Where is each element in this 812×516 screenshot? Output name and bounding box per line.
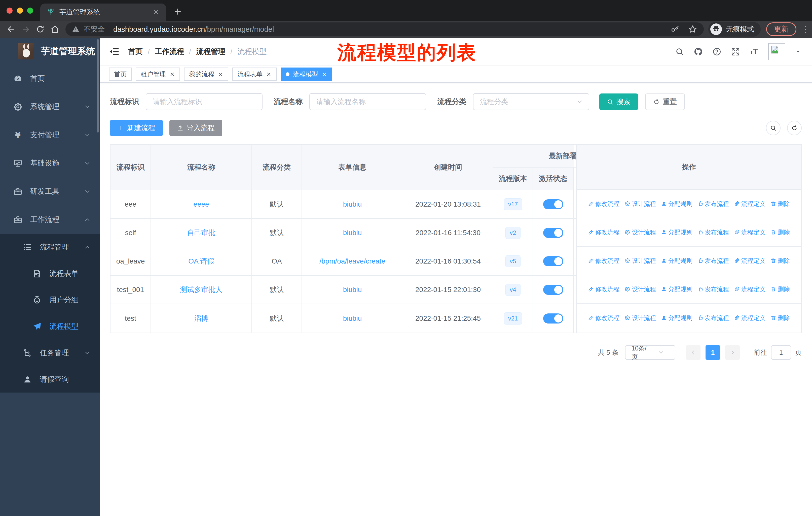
action-trash[interactable]: 删除: [771, 200, 790, 208]
tag[interactable]: 我的流程: [184, 67, 228, 81]
action-clip[interactable]: 流程定义: [734, 314, 765, 322]
forward-icon[interactable]: [20, 24, 31, 35]
tag-close-icon[interactable]: [266, 71, 271, 77]
prev-page-button[interactable]: [686, 345, 700, 360]
github-icon[interactable]: [694, 47, 703, 56]
category-select[interactable]: 流程分类: [473, 93, 589, 110]
breadcrumb-item[interactable]: 工作流程: [155, 47, 184, 57]
form-info-link[interactable]: biubiu: [343, 200, 362, 208]
sidebar-item-user[interactable]: 请假查询: [0, 366, 100, 392]
action-clip[interactable]: 流程定义: [734, 228, 765, 236]
form-info-link[interactable]: biubiu: [343, 315, 362, 323]
browser-tab[interactable]: 芋道管理系统: [40, 3, 166, 21]
refresh-table-button[interactable]: [787, 121, 802, 135]
sidebar-item-monitor[interactable]: 基础设施: [0, 149, 100, 178]
security-label[interactable]: 不安全: [84, 24, 105, 34]
page-size-select[interactable]: 10条/页: [625, 345, 675, 360]
active-toggle[interactable]: [543, 256, 563, 266]
chevron-down-icon[interactable]: [795, 48, 802, 55]
reset-button[interactable]: 重置: [645, 93, 685, 110]
form-info-link[interactable]: /bpm/oa/leave/create: [319, 257, 385, 265]
next-page-button[interactable]: [725, 345, 740, 360]
action-gear[interactable]: 设计流程: [625, 228, 656, 236]
new-tab-button[interactable]: [173, 7, 182, 16]
tag-close-icon[interactable]: [322, 71, 327, 77]
action-trash[interactable]: 删除: [771, 314, 790, 322]
action-user[interactable]: 分配规则: [661, 257, 692, 265]
sidebar-item-list[interactable]: 流程管理: [0, 234, 100, 260]
tag-close-icon[interactable]: [169, 71, 175, 77]
sidebar-logo-row[interactable]: 芋道管理系统: [0, 38, 100, 64]
browser-update-button[interactable]: 更新: [766, 22, 796, 36]
search-icon[interactable]: [675, 47, 684, 56]
goto-page-input[interactable]: [771, 345, 791, 360]
action-thumb[interactable]: 发布流程: [697, 314, 729, 322]
sidebar-item-plane[interactable]: 流程模型: [0, 313, 100, 340]
action-user[interactable]: 分配规则: [661, 228, 692, 236]
url-text[interactable]: dashboard.yudao.iocoder.cn/bpm/manager/m…: [113, 25, 662, 33]
action-user[interactable]: 分配规则: [661, 200, 692, 208]
action-edit[interactable]: 修改流程: [588, 257, 619, 265]
process-name-link[interactable]: OA 请假: [188, 256, 214, 266]
tag[interactable]: 流程表单: [232, 67, 277, 81]
process-key-input[interactable]: [146, 93, 263, 110]
action-gear[interactable]: 设计流程: [625, 314, 656, 322]
process-name-link[interactable]: 自己审批: [187, 228, 215, 238]
action-clip[interactable]: 流程定义: [734, 200, 765, 208]
process-name-link[interactable]: 滔博: [194, 314, 208, 323]
action-edit[interactable]: 修改流程: [588, 285, 619, 293]
import-process-button[interactable]: 导入流程: [169, 120, 222, 136]
action-trash[interactable]: 删除: [771, 285, 790, 293]
form-info-link[interactable]: biubiu: [343, 286, 362, 294]
action-thumb[interactable]: 发布流程: [697, 228, 729, 236]
sidebar-item-toolbox[interactable]: 研发工具: [0, 178, 100, 206]
sidebar-scrollbar[interactable]: [97, 39, 99, 133]
reload-icon[interactable]: [35, 24, 46, 35]
action-user[interactable]: 分配规则: [661, 285, 692, 293]
zoom-window-button[interactable]: [27, 7, 33, 13]
sidebar-collapse-icon[interactable]: [109, 46, 120, 57]
breadcrumb-item[interactable]: 首页: [128, 47, 143, 57]
create-process-button[interactable]: 新建流程: [110, 120, 163, 136]
star-icon[interactable]: [688, 25, 697, 34]
url-bar[interactable]: 不安全 dashboard.yudao.iocoder.cn/bpm/manag…: [65, 22, 704, 36]
action-thumb[interactable]: 发布流程: [697, 285, 729, 293]
process-name-link[interactable]: eeee: [193, 200, 209, 208]
sidebar-item-gear[interactable]: 系统管理: [0, 93, 100, 121]
active-toggle[interactable]: [543, 199, 563, 209]
action-gear[interactable]: 设计流程: [625, 257, 656, 265]
active-toggle[interactable]: [543, 314, 563, 324]
back-icon[interactable]: [5, 24, 17, 35]
sidebar-item-flow[interactable]: 任务管理: [0, 340, 100, 366]
sidebar-item-dashboard[interactable]: 首页: [0, 64, 100, 93]
key-icon[interactable]: [671, 25, 679, 34]
tab-close-icon[interactable]: [152, 8, 160, 16]
avatar[interactable]: [768, 43, 785, 60]
action-edit[interactable]: 修改流程: [588, 200, 619, 208]
process-name-input[interactable]: [309, 93, 426, 110]
tag[interactable]: 首页: [109, 67, 132, 81]
active-toggle[interactable]: [543, 228, 563, 238]
tag[interactable]: 流程模型: [281, 67, 332, 81]
action-clip[interactable]: 流程定义: [734, 257, 765, 265]
minimize-window-button[interactable]: [17, 7, 23, 13]
fullscreen-icon[interactable]: [731, 47, 740, 56]
search-button[interactable]: 搜索: [599, 93, 638, 110]
tag[interactable]: 租户管理: [136, 67, 180, 81]
sidebar-item-document[interactable]: 流程表单: [0, 260, 100, 287]
sidebar-item-briefcase[interactable]: 工作流程: [0, 206, 100, 234]
action-gear[interactable]: 设计流程: [625, 285, 656, 293]
process-name-link[interactable]: 测试多审批人: [180, 285, 223, 295]
sidebar-item-robot[interactable]: 用户分组: [0, 287, 100, 313]
action-trash[interactable]: 删除: [771, 257, 790, 265]
action-trash[interactable]: 删除: [771, 228, 790, 236]
action-edit[interactable]: 修改流程: [588, 228, 619, 236]
help-icon[interactable]: [712, 47, 721, 56]
action-clip[interactable]: 流程定义: [734, 285, 765, 293]
form-info-link[interactable]: biubiu: [343, 229, 362, 237]
tag-close-icon[interactable]: [218, 71, 223, 77]
action-thumb[interactable]: 发布流程: [697, 200, 729, 208]
current-page-button[interactable]: 1: [705, 345, 720, 360]
action-gear[interactable]: 设计流程: [625, 200, 656, 208]
active-toggle[interactable]: [543, 285, 563, 295]
